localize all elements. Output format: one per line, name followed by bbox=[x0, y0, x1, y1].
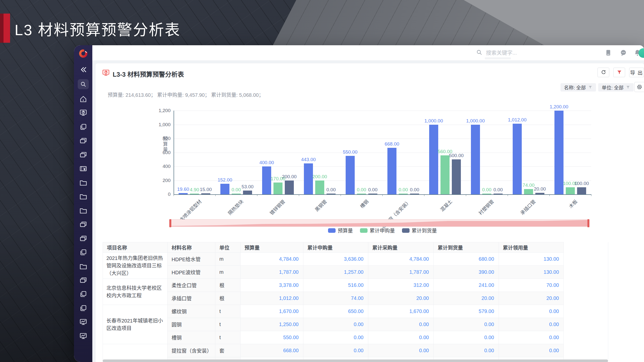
datazoom-slider[interactable] bbox=[170, 219, 589, 227]
bar-累计到货量[interactable] bbox=[201, 193, 210, 194]
bar-累计到货量[interactable] bbox=[327, 194, 336, 194]
sidebar-ticket-yen-icon[interactable] bbox=[79, 164, 88, 173]
value-cell: 0.00 bbox=[303, 318, 368, 331]
chart-legend: 预算量累计申购量累计到货量 bbox=[174, 227, 591, 234]
sidebar-folder-icon[interactable] bbox=[79, 262, 88, 271]
bar-累计申购量[interactable] bbox=[440, 155, 450, 194]
project-cell bbox=[103, 344, 168, 360]
table-row: 北京信息科技大学老校区校内大市政工程柔性企口管根3,378.00516.0031… bbox=[103, 279, 564, 292]
x-axis-tick bbox=[549, 194, 550, 196]
x-axis-tick bbox=[174, 194, 174, 196]
legend-item-累计到货量[interactable]: 累计到货量 bbox=[402, 227, 437, 234]
sidebar bbox=[74, 45, 92, 362]
value-cell: 70.00 bbox=[499, 279, 564, 292]
x-axis-category-label: 衬塑钢管 bbox=[477, 198, 495, 216]
table-row: 承插口管根1,012.0074.0020.0020.0020.00 bbox=[103, 292, 564, 305]
bar-累计申购量[interactable] bbox=[190, 194, 199, 194]
app-window: 搜索关键字... L3-3 材料预算预警分析表 导 出 名称: 全部 单位: 全… bbox=[74, 45, 644, 362]
sidebar-monitor-chart-icon[interactable] bbox=[79, 332, 88, 340]
datazoom-right-handle[interactable] bbox=[587, 219, 589, 227]
bar-value-label: 1,000.00 bbox=[459, 118, 492, 124]
bar-累计到货量[interactable] bbox=[368, 194, 377, 194]
horizontal-scrollbar[interactable] bbox=[103, 359, 608, 362]
value-cell: 0.00 bbox=[499, 305, 564, 318]
bar-预算量[interactable] bbox=[179, 193, 188, 194]
value-cell: 668.00 bbox=[240, 344, 303, 357]
unit-cell: 根 bbox=[215, 279, 240, 292]
bar-累计申购量[interactable] bbox=[566, 187, 575, 194]
x-axis-tick bbox=[341, 194, 341, 196]
bar-预算量[interactable] bbox=[471, 125, 480, 195]
bar-累计到货量[interactable] bbox=[577, 187, 586, 194]
grid-line bbox=[174, 139, 591, 139]
legend-item-预算量[interactable]: 预算量 bbox=[328, 227, 353, 234]
sidebar-copy-squares-icon[interactable] bbox=[79, 123, 88, 131]
bar-累计到货量[interactable] bbox=[452, 159, 461, 194]
bar-累计申购量[interactable] bbox=[232, 194, 241, 194]
value-cell: 579.00 bbox=[434, 305, 499, 318]
page-title: L3 材料预算预警分析表 bbox=[15, 18, 180, 39]
table-header-cell: 项目名称 bbox=[103, 242, 168, 253]
bar-value-label: 100.00 bbox=[565, 181, 598, 186]
sidebar-window-stack-icon[interactable] bbox=[79, 234, 88, 243]
global-search[interactable]: 搜索关键字... bbox=[476, 49, 517, 56]
journal-icon[interactable] bbox=[605, 49, 612, 57]
sidebar-monitor-pie-icon[interactable] bbox=[79, 109, 88, 117]
bar-累计申购量[interactable] bbox=[273, 183, 283, 194]
sidebar-window-stack-icon[interactable] bbox=[79, 276, 88, 285]
sidebar-home-icon[interactable] bbox=[79, 95, 88, 103]
value-cell: 3,636.00 bbox=[303, 253, 368, 266]
bar-累计到货量[interactable] bbox=[285, 180, 294, 195]
value-cell: 1,670.00 bbox=[368, 305, 434, 318]
search-placeholder: 搜索关键字... bbox=[486, 49, 517, 56]
grid-line bbox=[174, 153, 591, 153]
value-cell: 0.00 bbox=[434, 344, 499, 357]
x-axis-category-label: 黑钢管 bbox=[313, 198, 328, 213]
x-axis-tick bbox=[257, 194, 257, 196]
bar-value-label: 15.00 bbox=[189, 187, 222, 192]
unit-cell: t bbox=[215, 305, 240, 318]
project-cell: 长春市2021年城镇老旧小区改造项目 bbox=[103, 305, 168, 344]
y-axis-line bbox=[174, 111, 174, 194]
sidebar-folder-icon[interactable] bbox=[79, 178, 88, 187]
x-axis-category-label: 木板 bbox=[567, 198, 579, 209]
app-logo-icon[interactable] bbox=[78, 49, 88, 58]
value-cell: 650.00 bbox=[303, 305, 368, 318]
datazoom-left-handle[interactable] bbox=[169, 219, 171, 227]
chat-icon[interactable] bbox=[620, 49, 627, 57]
table-header-cell: 累计申购量 bbox=[303, 242, 368, 253]
bar-累计到货量[interactable] bbox=[535, 193, 544, 194]
value-cell: 20.00 bbox=[368, 292, 434, 305]
sidebar-copy-squares-icon[interactable] bbox=[79, 304, 88, 312]
bar-预算量[interactable] bbox=[429, 125, 438, 195]
bar-累计申购量[interactable] bbox=[399, 194, 408, 194]
sidebar-monitor-chart-icon[interactable] bbox=[79, 318, 88, 326]
sidebar-folder-icon[interactable] bbox=[79, 206, 88, 215]
sidebar-search-button[interactable] bbox=[78, 79, 89, 89]
legend-label: 累计申购量 bbox=[370, 227, 395, 234]
bar-value-label: 400.00 bbox=[250, 160, 283, 165]
sidebar-collapse-button[interactable] bbox=[79, 65, 88, 74]
bar-累计到货量[interactable] bbox=[410, 194, 419, 194]
y-axis-tick-label: 200 bbox=[153, 178, 171, 183]
bar-累计到货量[interactable] bbox=[494, 194, 503, 194]
sidebar-window-stack-icon[interactable] bbox=[79, 220, 88, 229]
sidebar-window-stack-icon[interactable] bbox=[79, 151, 88, 159]
x-axis-tick bbox=[299, 194, 299, 196]
value-cell: 1,012.00 bbox=[240, 292, 303, 305]
unit-cell: t bbox=[215, 331, 240, 344]
legend-item-累计申购量[interactable]: 累计申购量 bbox=[360, 227, 395, 234]
value-cell: 0.00 bbox=[368, 318, 434, 331]
material-cell: 承插口管 bbox=[168, 292, 215, 305]
sidebar-copy-squares-icon[interactable] bbox=[79, 248, 88, 257]
sidebar-window-stack-icon[interactable] bbox=[79, 137, 88, 145]
sidebar-copy-squares-icon[interactable] bbox=[79, 290, 88, 298]
bar-累计申购量[interactable] bbox=[357, 194, 366, 194]
sidebar-folder-icon[interactable] bbox=[79, 192, 88, 201]
table-row: HDPE波纹管m1,787.001,257.001,787.00390.0013… bbox=[103, 266, 564, 279]
bar-累计申购量[interactable] bbox=[482, 194, 491, 194]
bar-value-label: 53.00 bbox=[231, 184, 264, 190]
value-cell: 3,378.00 bbox=[240, 279, 303, 292]
bar-累计到货量[interactable] bbox=[243, 191, 252, 194]
table-edge-line bbox=[608, 242, 608, 359]
